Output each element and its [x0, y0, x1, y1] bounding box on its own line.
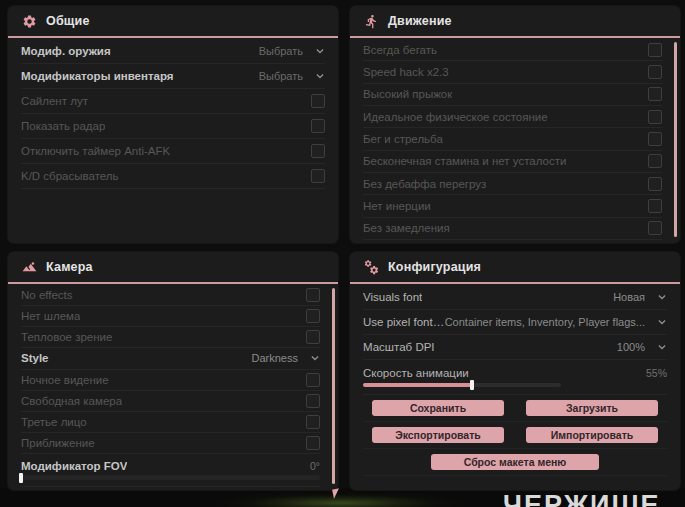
- import-button[interactable]: Импортировать: [526, 427, 658, 443]
- scrollbar[interactable]: [674, 42, 677, 237]
- setting-row-inventory-mods[interactable]: Модификаторы инвентаря Выбрать: [21, 64, 325, 89]
- checkbox[interactable]: [306, 415, 320, 429]
- setting-row-no-slowdown[interactable]: Без замедления: [363, 218, 662, 240]
- checkbox[interactable]: [648, 154, 662, 168]
- checkbox[interactable]: [311, 169, 325, 183]
- setting-row-high-jump[interactable]: Высокий прыжок: [363, 84, 662, 106]
- setting-label: Бесконечная стамина и нет усталости: [363, 155, 566, 167]
- setting-label: Speed hack x2.3: [363, 66, 449, 78]
- dropdown-pixel-font[interactable]: Container items, Inventory, Player flags…: [445, 316, 667, 328]
- setting-label: Бег и стрельба: [363, 133, 443, 145]
- setting-row-fov-modifier[interactable]: Модификатор FOV 0°: [21, 454, 320, 487]
- scrollbar[interactable]: [332, 288, 335, 484]
- setting-row-weapon-mod[interactable]: Модиф. оружия Выбрать: [21, 39, 325, 64]
- setting-row-no-inertia[interactable]: Нет инерции: [363, 195, 662, 217]
- slider-value: 55%: [646, 367, 667, 379]
- setting-row-no-helmet[interactable]: Нет шлема: [21, 306, 320, 327]
- dropdown-visuals-font[interactable]: Новая: [613, 291, 667, 303]
- chevron-down-icon: [315, 46, 325, 56]
- setting-label: Свободная камера: [21, 395, 122, 407]
- checkbox[interactable]: [311, 94, 325, 108]
- setting-label: Третье лицо: [21, 416, 87, 428]
- dropdown-style[interactable]: Darkness: [252, 352, 320, 364]
- setting-label: Приближение: [21, 437, 95, 449]
- button-row-reset: Сброс макета меню: [363, 449, 667, 476]
- setting-row-animation-speed[interactable]: Скорость анимации 55%: [363, 360, 667, 395]
- setting-row-no-effects[interactable]: No effects: [21, 285, 320, 306]
- dropdown-weapon-mod[interactable]: Выбрать: [259, 45, 325, 57]
- setting-row-perfect-condition[interactable]: Идеальное физическое состояние: [363, 106, 662, 128]
- dropdown-value: Выбрать: [259, 70, 303, 82]
- setting-row-night-vision[interactable]: Ночное видение: [21, 370, 320, 391]
- setting-row-visuals-font[interactable]: Visuals font Новая: [363, 285, 667, 310]
- setting-label: Use pixel font for: [363, 316, 445, 328]
- setting-label: Без дебаффа перегруз: [363, 178, 486, 190]
- dropdown-value: Новая: [613, 291, 645, 303]
- checkbox[interactable]: [648, 132, 662, 146]
- save-button[interactable]: Сохранить: [372, 400, 504, 416]
- setting-row-third-person[interactable]: Третье лицо: [21, 412, 320, 433]
- dropdown-dpi-scale[interactable]: 100%: [617, 341, 667, 353]
- checkbox[interactable]: [306, 373, 320, 387]
- panel-general: Общие Модиф. оружия Выбрать Модификаторы…: [8, 6, 338, 243]
- gears-icon: [363, 259, 379, 275]
- setting-row-silent-loot[interactable]: Сайлент лут: [21, 89, 325, 114]
- setting-row-free-camera[interactable]: Свободная камера: [21, 391, 320, 412]
- setting-label: Всегда бегать: [363, 44, 437, 56]
- setting-row-no-overload-debuff[interactable]: Без дебаффа перегруз: [363, 173, 662, 195]
- setting-row-style[interactable]: Style Darkness: [21, 348, 320, 369]
- export-button[interactable]: Экспортировать: [372, 427, 504, 443]
- setting-row-speed-hack[interactable]: Speed hack x2.3: [363, 61, 662, 83]
- dropdown-inventory-mods[interactable]: Выбрать: [259, 70, 325, 82]
- setting-row-dpi-scale[interactable]: Масштаб DPI 100%: [363, 335, 667, 360]
- setting-row-infinite-stamina[interactable]: Бесконечная стамина и нет усталости: [363, 151, 662, 173]
- setting-row-anti-afk[interactable]: Отключить таймер Anti-AFK: [21, 139, 325, 164]
- checkbox[interactable]: [648, 65, 662, 79]
- setting-row-show-radar[interactable]: Показать радар: [21, 114, 325, 139]
- gear-icon: [21, 13, 37, 29]
- checkbox[interactable]: [306, 330, 320, 344]
- checkbox[interactable]: [648, 221, 662, 235]
- fov-slider[interactable]: [21, 475, 320, 480]
- chevron-down-icon: [657, 342, 667, 352]
- setting-row-kd-reset[interactable]: K/D сбрасыватель: [21, 164, 325, 189]
- reset-menu-layout-button[interactable]: Сброс макета меню: [431, 454, 599, 470]
- checkbox[interactable]: [306, 436, 320, 450]
- setting-row-always-run[interactable]: Всегда бегать: [363, 39, 662, 61]
- checkbox[interactable]: [311, 119, 325, 133]
- checkbox[interactable]: [306, 394, 320, 408]
- checkbox[interactable]: [648, 177, 662, 191]
- chevron-down-icon: [315, 71, 325, 81]
- setting-label: Без замедления: [363, 222, 450, 234]
- animation-speed-slider[interactable]: [363, 383, 561, 387]
- panel-movement-header: Движение: [350, 6, 680, 38]
- setting-row-thermal-vision[interactable]: Тепловое зрение: [21, 327, 320, 348]
- setting-label: Style: [21, 352, 49, 364]
- button-row-save-load: Сохранить Загрузить: [363, 395, 667, 422]
- slider-handle[interactable]: [470, 380, 474, 390]
- panel-general-header: Общие: [8, 6, 338, 38]
- checkbox[interactable]: [311, 144, 325, 158]
- setting-label: Модификаторы инвентаря: [21, 70, 174, 82]
- setting-label: Тепловое зрение: [21, 331, 112, 343]
- setting-label: Скорость анимации: [363, 367, 469, 379]
- setting-label: Нет шлема: [21, 310, 80, 322]
- setting-row-zoom[interactable]: Приближение: [21, 433, 320, 454]
- dropdown-value: 100%: [617, 341, 645, 353]
- setting-row-pixel-font[interactable]: Use pixel font for Container items, Inve…: [363, 310, 667, 335]
- checkbox[interactable]: [648, 110, 662, 124]
- checkbox[interactable]: [306, 288, 320, 302]
- checkbox[interactable]: [648, 87, 662, 101]
- checkbox[interactable]: [306, 309, 320, 323]
- panel-movement: Движение Всегда бегать Speed hack x2.3 В…: [350, 6, 680, 243]
- dropdown-value: Выбрать: [259, 45, 303, 57]
- panel-config: Конфигурация Visuals font Новая Use pixe…: [350, 252, 680, 490]
- slider-handle[interactable]: [19, 473, 23, 483]
- button-row-export-import: Экспортировать Импортировать: [363, 422, 667, 449]
- setting-label: Масштаб DPI: [363, 341, 435, 353]
- slider-value: 0°: [310, 460, 320, 472]
- checkbox[interactable]: [648, 43, 662, 57]
- setting-row-run-and-shoot[interactable]: Бег и стрельба: [363, 128, 662, 150]
- load-button[interactable]: Загрузить: [526, 400, 658, 416]
- checkbox[interactable]: [648, 199, 662, 213]
